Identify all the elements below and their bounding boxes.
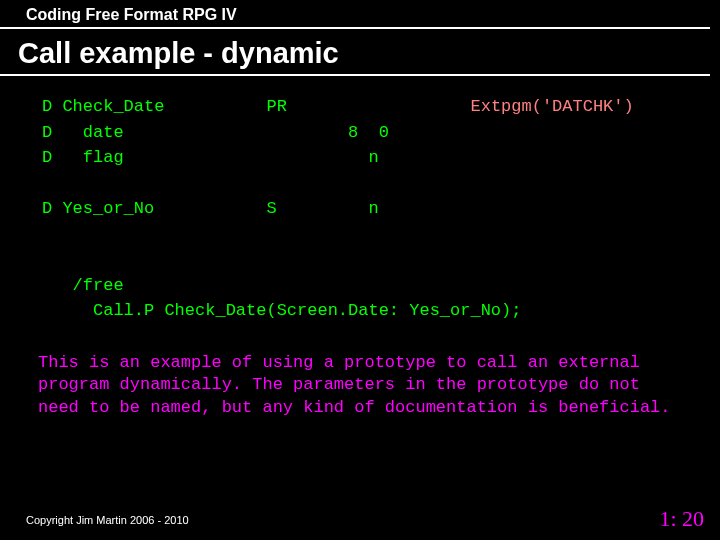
code-line-9: Call.P Check_Date(Screen.Date: Yes_or_No… — [42, 301, 521, 320]
copyright-text: Copyright Jim Martin 2006 - 2010 — [26, 514, 189, 526]
code-line-1b: Extpgm('DATCHK') — [287, 97, 634, 116]
code-line-5: D Yes_or_No S n — [42, 199, 379, 218]
code-line-3: D flag n — [42, 148, 379, 167]
code-block: D Check_Date PR Extpgm('DATCHK') D date … — [0, 76, 720, 324]
slide: Coding Free Format RPG IV Call example -… — [0, 0, 720, 540]
slide-title: Call example - dynamic — [0, 29, 710, 76]
code-line-1a: D Check_Date PR — [42, 97, 287, 116]
page-number: 1: 20 — [659, 506, 704, 532]
code-line-2: D date 8 0 — [42, 123, 389, 142]
slide-header: Coding Free Format RPG IV — [0, 0, 710, 29]
code-line-8: /free — [42, 276, 124, 295]
body-text: This is an example of using a prototype … — [0, 324, 720, 421]
